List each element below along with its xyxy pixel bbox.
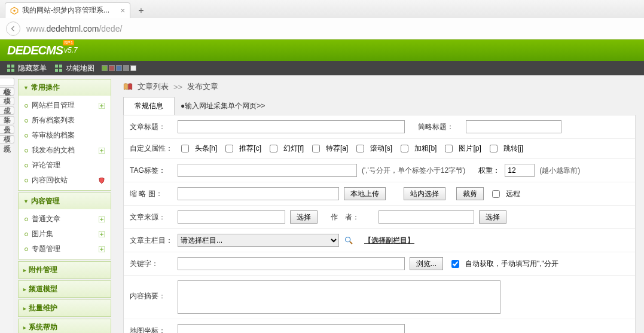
breadcrumb: 文章列表 >> 发布文章: [123, 81, 636, 92]
btn-browse[interactable]: 浏览...: [410, 257, 443, 270]
btn-select-author[interactable]: 选择: [479, 210, 506, 224]
input-short-title[interactable]: [466, 120, 561, 133]
back-button[interactable]: [6, 22, 20, 36]
swatch[interactable]: [109, 65, 115, 71]
module-tab-5[interactable]: 模板: [0, 126, 14, 134]
btn-select-source[interactable]: 选择: [290, 210, 318, 224]
new-tab-button[interactable]: +: [134, 4, 148, 18]
chk-attr[interactable]: [356, 145, 364, 152]
swatch[interactable]: [102, 65, 108, 71]
bullet-icon: [25, 179, 28, 182]
article-form: 文章标题： 简略标题： 自定义属性： 头条[h]推荐[c]幻灯[f]特荐[a]滚…: [123, 115, 636, 333]
module-tab-6[interactable]: 系统: [0, 135, 14, 143]
bullet-icon: [25, 149, 28, 152]
chk-attr[interactable]: [401, 145, 408, 152]
chk-attr[interactable]: [225, 145, 233, 152]
module-tab-0[interactable]: 核心: [0, 78, 14, 86]
chk-attr[interactable]: [181, 145, 189, 152]
arrow-left-icon: [10, 25, 17, 32]
btn-upload-local[interactable]: 本地上传: [344, 187, 386, 200]
select-column[interactable]: 请选择栏目...: [178, 234, 339, 247]
grid-icon: [7, 65, 14, 72]
search-icon[interactable]: [344, 236, 353, 245]
browser-tab[interactable]: 我的网站-织梦内容管理系... ×: [5, 2, 130, 18]
swatch[interactable]: [116, 65, 122, 71]
input-keywords[interactable]: [178, 257, 405, 270]
textarea-summary[interactable]: [178, 280, 500, 314]
hide-menu-link[interactable]: 隐藏菜单: [18, 63, 47, 74]
input-author[interactable]: [379, 210, 474, 224]
svg-rect-3: [11, 65, 14, 68]
input-tags[interactable]: [178, 164, 357, 177]
attr-label: 图片[p]: [459, 143, 481, 154]
content-area: 文章列表 >> 发布文章 常规信息 ●输入网址采集单个网页>> 文章标题： 简略…: [115, 75, 644, 333]
input-map-coords[interactable]: [178, 324, 405, 333]
sp-badge: SP1: [63, 40, 74, 45]
module-tab-3[interactable]: 采集: [0, 106, 14, 115]
chk-auto-keywords[interactable]: [451, 260, 459, 268]
hint-tags: (','号分开，单个标签小于12字节): [362, 166, 465, 176]
sidebar-group-header[interactable]: ▼常用操作: [19, 80, 111, 96]
close-icon[interactable]: ×: [120, 6, 125, 15]
svg-rect-6: [55, 65, 58, 68]
module-tab-1[interactable]: 模块: [0, 87, 14, 96]
attr-label: 滚动[s]: [370, 143, 392, 154]
btn-pick-site[interactable]: 站内选择: [404, 187, 445, 200]
label-remote: 远程: [506, 189, 520, 199]
breadcrumb-a[interactable]: 文章列表: [138, 81, 169, 92]
swatch[interactable]: [130, 65, 136, 71]
swatch[interactable]: [123, 65, 129, 71]
sidebar-item[interactable]: 图片集: [19, 227, 111, 242]
tab-general[interactable]: 常规信息: [123, 97, 175, 115]
sitemap-link[interactable]: 功能地图: [66, 63, 94, 74]
label-thumb: 缩 略 图：: [130, 189, 173, 199]
attr-label: 加粗[b]: [414, 143, 437, 154]
chk-attr[interactable]: [312, 145, 320, 152]
tab-collect-url[interactable]: ●输入网址采集单个网页>>: [175, 97, 271, 115]
chk-attr[interactable]: [490, 145, 498, 152]
svg-rect-8: [55, 69, 58, 72]
browser-tab-title: 我的网站-织梦内容管理系...: [22, 5, 117, 16]
link-sub-column[interactable]: 【选择副栏目】: [364, 236, 414, 246]
sidebar-group-header[interactable]: ▸频道模型: [19, 281, 111, 297]
theme-swatches: [102, 65, 136, 71]
sidebar-item[interactable]: 网站栏目管理: [19, 98, 111, 113]
label-summary: 内容摘要：: [130, 280, 173, 301]
sidebar-group-header[interactable]: ▼内容管理: [19, 193, 111, 209]
shield-icon: [99, 178, 105, 184]
chk-attr[interactable]: [270, 145, 277, 152]
sidebar-item[interactable]: 专题管理: [19, 242, 111, 256]
caret-icon: ▼: [23, 85, 29, 91]
sidebar-item[interactable]: 我发布的文档: [19, 143, 111, 158]
sidebar: ▼常用操作网站栏目管理所有档案列表等审核的档案我发布的文档评论管理内容回收站▼内…: [13, 75, 115, 333]
sidebar-item[interactable]: 评论管理: [19, 158, 111, 173]
sidebar-group-header[interactable]: ▸批量维护: [19, 300, 111, 316]
module-tab-4[interactable]: 会员: [0, 116, 14, 124]
url-display[interactable]: www.dedehtml.com/dede/: [26, 24, 122, 33]
breadcrumb-b: 发布文章: [187, 81, 218, 92]
input-source[interactable]: [178, 210, 285, 224]
label-source: 文章来源：: [130, 212, 173, 222]
form-tabs: 常规信息 ●输入网址采集单个网页>>: [123, 97, 636, 115]
sidebar-item[interactable]: 普通文章: [19, 212, 111, 227]
sidebar-item[interactable]: 内容回收站: [19, 173, 111, 188]
sidebar-group-header[interactable]: ▸附件管理: [19, 262, 111, 278]
btn-crop[interactable]: 裁剪: [456, 187, 484, 200]
input-thumb[interactable]: [178, 187, 339, 200]
label-author: 作 者：: [331, 212, 374, 222]
chk-remote[interactable]: [492, 190, 500, 198]
svg-rect-2: [7, 65, 10, 68]
chk-attr[interactable]: [445, 145, 453, 152]
sidebar-group-header[interactable]: ▸系统帮助: [19, 319, 111, 333]
input-title[interactable]: [178, 120, 405, 133]
label-tag: TAG标签：: [130, 166, 173, 176]
sidebar-item[interactable]: 等审核的档案: [19, 128, 111, 143]
label-column: 文章主栏目：: [130, 236, 173, 246]
breadcrumb-sep: >>: [173, 83, 182, 91]
input-weight[interactable]: [505, 164, 535, 177]
sidebar-item[interactable]: 所有档案列表: [19, 113, 111, 128]
bullet-icon: [25, 119, 28, 123]
module-tab-2[interactable]: 生成: [0, 97, 14, 105]
label-map: 地图坐标：: [130, 326, 173, 334]
svg-line-26: [350, 242, 352, 244]
